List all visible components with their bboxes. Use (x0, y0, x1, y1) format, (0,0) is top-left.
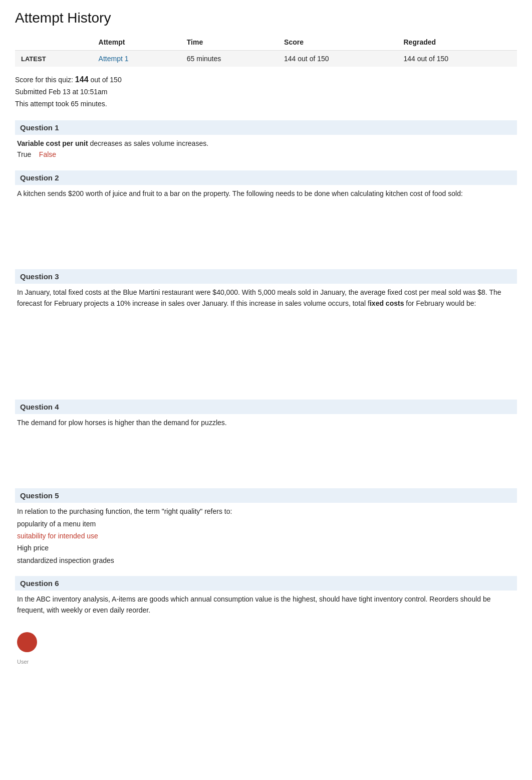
question-6-text: In the ABC inventory analysis, A-items a… (17, 595, 491, 614)
question-5-label: Question 5 (20, 491, 59, 500)
answer-false: False (39, 150, 56, 158)
score-line2: Submitted Feb 13 at 10:51am (15, 86, 517, 98)
question-1-block: Question 1 Variable cost per unit decrea… (15, 120, 517, 160)
attempt-table: Attempt Time Score Regraded LATEST Attem… (15, 34, 517, 67)
score-line1: Score for this quiz: 144 out of 150 (15, 73, 517, 86)
question-2-text: A kitchen sends $200 worth of juice and … (17, 189, 463, 198)
question-5-header: Question 5 (15, 488, 517, 503)
question-3-body: In January, total fixed costs at the Blu… (15, 287, 517, 389)
avatar (17, 632, 37, 652)
score-suffix: out of 150 (89, 76, 122, 84)
answer-high-price: High price (17, 542, 515, 553)
question-6-header: Question 6 (15, 576, 517, 591)
question-4-text: The demand for plow horses is higher tha… (17, 419, 227, 427)
col-header-empty (15, 34, 93, 51)
col-header-regraded: Regraded (398, 34, 517, 51)
question-5-block: Question 5 In relation to the purchasing… (15, 488, 517, 566)
question-4-header: Question 4 (15, 400, 517, 414)
avatar-label: User (17, 658, 515, 667)
question-3-block: Question 3 In January, total fixed costs… (15, 269, 517, 389)
question-3-header: Question 3 (15, 269, 517, 284)
question-5-intro: In relation to the purchasing function, … (17, 506, 515, 517)
attempt-regraded: 144 out of 150 (398, 51, 517, 67)
answer-popularity: popularity of a menu item (17, 518, 515, 529)
question-5-body: In relation to the purchasing function, … (15, 506, 517, 566)
attempt-link[interactable]: Attempt 1 (99, 55, 129, 63)
answer-true: True (17, 150, 31, 158)
question-3-label: Question 3 (20, 272, 59, 281)
question-2-header: Question 2 (15, 170, 517, 185)
question-1-text: Variable cost per unit decreases as sale… (17, 139, 208, 147)
col-header-time: Time (181, 34, 278, 51)
score-line3: This attempt took 65 minutes. (15, 98, 517, 110)
score-value: 144 (75, 75, 89, 84)
question-2-body: A kitchen sends $200 worth of juice and … (15, 188, 517, 259)
question-2-block: Question 2 A kitchen sends $200 worth of… (15, 170, 517, 259)
answer-suitability: suitability for intended use (17, 530, 515, 541)
question-1-label: Question 1 (20, 123, 59, 132)
question-4-label: Question 4 (20, 403, 59, 411)
page-title: Attempt History (15, 10, 517, 26)
avatar-area: User (17, 627, 515, 666)
question-1-header: Question 1 (15, 120, 517, 135)
col-header-score: Score (278, 34, 397, 51)
attempt-score: 144 out of 150 (278, 51, 397, 67)
question-1-body: Variable cost per unit decreases as sale… (15, 138, 517, 160)
table-row: LATEST Attempt 1 65 minutes 144 out of 1… (15, 51, 517, 67)
latest-label: LATEST (21, 55, 46, 63)
question-6-body: In the ABC inventory analysis, A-items a… (15, 594, 517, 666)
score-summary: Score for this quiz: 144 out of 150 Subm… (15, 73, 517, 110)
question-6-label: Question 6 (20, 579, 59, 588)
attempt-time: 65 minutes (181, 51, 278, 67)
question-3-text: In January, total fixed costs at the Blu… (17, 288, 501, 307)
answer-standardized: standardized inspection grades (17, 555, 515, 566)
question-6-block: Question 6 In the ABC inventory analysis… (15, 576, 517, 666)
question-2-label: Question 2 (20, 173, 59, 182)
score-prefix: Score for this quiz: (15, 76, 75, 84)
col-header-attempt: Attempt (93, 34, 181, 51)
question-4-body: The demand for plow horses is higher tha… (15, 417, 517, 478)
question-4-block: Question 4 The demand for plow horses is… (15, 400, 517, 478)
